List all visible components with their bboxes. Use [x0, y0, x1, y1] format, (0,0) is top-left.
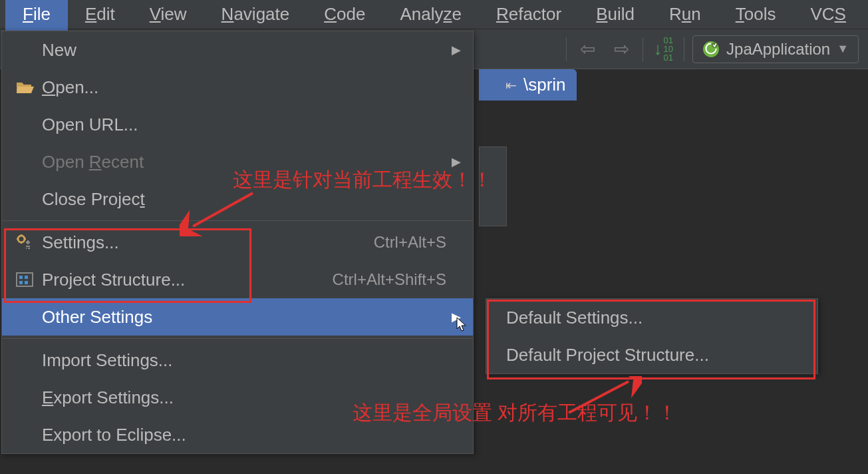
- run-configuration-selector[interactable]: JpaApplication ▼: [692, 35, 859, 63]
- menu-navigate[interactable]: Navigate: [204, 0, 307, 31]
- run-config-label: JpaApplication: [726, 40, 830, 59]
- submenu-arrow-icon: ▶: [452, 154, 461, 169]
- svg-point-2: [18, 236, 25, 242]
- menu-item-import-settings[interactable]: Import Settings...: [2, 342, 473, 379]
- file-dropdown: New ▶ Open... Open URL... Open Recent ▶ …: [1, 31, 474, 454]
- menu-bar: File Edit View Navigate Code Analyze Ref…: [0, 0, 868, 29]
- settings-icon: [15, 233, 42, 252]
- menu-tools[interactable]: Tools: [718, 0, 794, 31]
- menu-item-new[interactable]: New ▶: [2, 31, 473, 69]
- menu-build[interactable]: Build: [579, 0, 652, 31]
- menu-item-open-recent[interactable]: Open Recent ▶: [2, 143, 473, 180]
- submenu-arrow-icon: ▶: [452, 43, 461, 57]
- menu-edit[interactable]: Edit: [68, 0, 132, 31]
- nav-forward-icon[interactable]: ⇨: [609, 35, 635, 63]
- toolbar-separator: [566, 37, 567, 61]
- submenu-arrow-icon: ▶: [452, 310, 461, 324]
- tab-area: [479, 146, 507, 226]
- menu-analyze[interactable]: Analyze: [382, 0, 479, 31]
- svg-rect-7: [19, 281, 23, 284]
- hide-icon: ⇤: [506, 77, 517, 93]
- folder-open-icon: [15, 80, 42, 95]
- menu-item-settings[interactable]: Settings... Ctrl+Alt+S: [2, 224, 473, 261]
- nav-back-icon[interactable]: ⇦: [575, 35, 601, 63]
- menu-item-export-eclipse[interactable]: Export to Eclipse...: [2, 416, 473, 453]
- build-icon[interactable]: ↓ 011001: [651, 33, 676, 65]
- shortcut-label: Ctrl+Alt+S: [374, 233, 460, 252]
- shortcut-label: Ctrl+Alt+Shift+S: [333, 270, 460, 289]
- menu-run[interactable]: Run: [652, 0, 718, 31]
- svg-rect-5: [19, 276, 23, 279]
- menu-item-open[interactable]: Open...: [2, 69, 473, 106]
- svg-rect-8: [25, 281, 28, 284]
- svg-rect-3: [27, 241, 29, 244]
- menu-item-open-url[interactable]: Open URL...: [2, 106, 473, 143]
- menu-code[interactable]: Code: [307, 0, 382, 31]
- menu-separator: [2, 220, 473, 221]
- project-structure-icon: [15, 270, 42, 289]
- menu-item-other-settings[interactable]: Other Settings ▶: [2, 298, 473, 336]
- menu-refactor[interactable]: Refactor: [479, 0, 579, 31]
- breadcrumb-label: \sprin: [523, 75, 566, 95]
- spring-app-icon: [702, 41, 720, 58]
- menu-file[interactable]: File: [5, 0, 68, 31]
- breadcrumb[interactable]: ⇤ \sprin: [479, 69, 577, 101]
- menu-item-project-structure[interactable]: Project Structure... Ctrl+Alt+Shift+S: [2, 261, 473, 298]
- menu-item-default-project-structure[interactable]: Default Project Structure...: [486, 336, 817, 373]
- menu-item-close-project[interactable]: Close Project: [2, 180, 473, 218]
- toolbar-separator: [684, 37, 684, 61]
- menu-item-export-settings[interactable]: Export Settings...: [2, 379, 473, 416]
- menu-view[interactable]: View: [132, 0, 204, 31]
- menu-item-default-settings[interactable]: Default Settings...: [486, 299, 817, 336]
- svg-rect-6: [25, 276, 28, 279]
- toolbar-separator: [643, 37, 643, 61]
- menu-vcs[interactable]: VCS: [793, 0, 863, 31]
- menu-separator: [2, 338, 473, 339]
- chevron-down-icon: ▼: [837, 42, 849, 56]
- other-settings-submenu: Default Settings... Default Project Stru…: [486, 298, 818, 374]
